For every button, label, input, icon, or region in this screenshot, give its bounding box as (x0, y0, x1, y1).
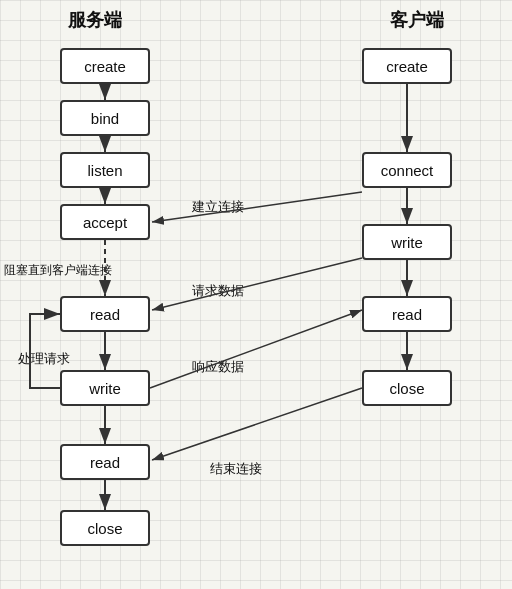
server-bind-node: bind (60, 100, 150, 136)
label-connect: 建立连接 (192, 198, 244, 216)
client-write-node: write (362, 224, 452, 260)
server-close-node: close (60, 510, 150, 546)
server-write-node: write (60, 370, 150, 406)
server-read1-node: read (60, 296, 150, 332)
svg-line-13 (152, 192, 362, 222)
label-end: 结束连接 (210, 460, 262, 478)
server-listen-node: listen (60, 152, 150, 188)
svg-line-15 (150, 310, 362, 388)
server-title: 服务端 (68, 8, 122, 32)
client-read-node: read (362, 296, 452, 332)
svg-line-14 (152, 258, 362, 310)
label-request: 请求数据 (192, 282, 244, 300)
svg-line-16 (152, 388, 362, 460)
arrows-svg (0, 0, 512, 589)
server-accept-node: accept (60, 204, 150, 240)
client-connect-node: connect (362, 152, 452, 188)
server-read2-node: read (60, 444, 150, 480)
server-create-node: create (60, 48, 150, 84)
diagram: 服务端 客户端 create bind listen accept read w… (0, 0, 512, 589)
label-process: 处理请求 (18, 350, 70, 368)
client-create-node: create (362, 48, 452, 84)
label-response: 响应数据 (192, 358, 244, 376)
label-block: 阻塞直到客户端连接 (4, 262, 112, 279)
client-close-node: close (362, 370, 452, 406)
client-title: 客户端 (390, 8, 444, 32)
